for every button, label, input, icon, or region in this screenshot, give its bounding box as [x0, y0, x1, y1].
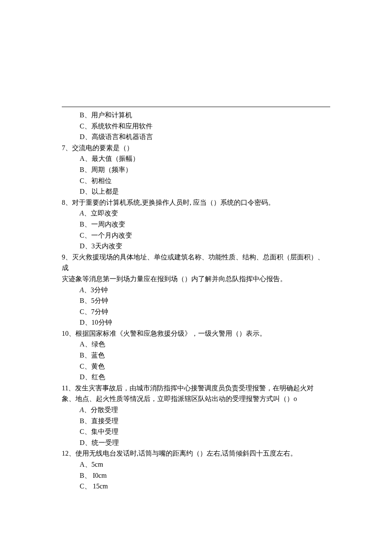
question-9-line-2: 灾迹象等消息第一到场力量应在报到场（）内了解并向总队指挥中心报告。	[62, 273, 330, 285]
question-8-option-b: B、一周内改变	[62, 219, 330, 230]
question-10-option-d: D、红色	[62, 372, 330, 383]
question-11-line-1: 11、发生灾害事故后，由城市消防指挥中心接警调度员负责受理报警，在明确起火对	[62, 383, 330, 394]
question-7-option-c: C、初相位	[62, 175, 330, 186]
question-6-option-d: D、高级语言和机器语言	[62, 131, 330, 142]
question-6-option-b: B、用户和计算机	[62, 110, 330, 121]
question-8-option-a: A、立即改变	[62, 208, 330, 219]
question-11-line-2: 象、地点、起火性质等情况后，立即指派辖区队站出动的受理报警方式叫（）o	[62, 393, 330, 404]
question-12-option-a: A、5cm	[62, 459, 330, 470]
question-10-option-b: B、蓝色	[62, 350, 330, 361]
question-7-option-b: B、周期（频率）	[62, 164, 330, 175]
question-9-option-c: C、7分钟	[62, 306, 330, 317]
question-10: 10、根据国家标准《火警和应急救援分级》，一级火警用（）表示。	[62, 328, 330, 339]
question-12: 12、使用无线电台发话时,话筒与嘴的距离约（）左右,话筒倾斜四十五度左右。	[62, 448, 330, 459]
question-11-option-a-text: 、分散受理	[84, 406, 118, 413]
document-page: B、用户和计算机 C、系统软件和应用软件 D、高级语言和机器语言 7、交流电的要…	[0, 0, 392, 509]
question-9-line-1: 9、灭火救援现场的具体地址、单位或建筑名称、功能性质、结构、总面积（层面积）、成	[62, 252, 330, 273]
question-11-option-b: B、直接受理	[62, 416, 330, 427]
question-11-option-a: A、分散受理	[62, 404, 330, 416]
question-6-option-c: C、系统软件和应用软件	[62, 121, 330, 132]
question-9-option-b: B、5分钟	[62, 295, 330, 306]
question-10-option-c: C、黄色	[62, 361, 330, 372]
question-7-option-a: A、最大值（振幅）	[62, 153, 330, 164]
divider-line	[62, 107, 330, 107]
question-12-option-c: C、 15cm	[62, 481, 330, 492]
italic-letter-a: A	[80, 286, 84, 293]
question-9-option-a: A、3分钟	[62, 285, 330, 296]
italic-letter-a: A	[80, 406, 84, 413]
question-8: 8、对于重要的计算机系统,更换操作人员时, 应当（）系统的口令密码。	[62, 197, 330, 208]
question-8-option-d: D、3天内改变	[62, 241, 330, 252]
question-7: 7、交流电的要素是（）	[62, 142, 330, 154]
question-8-option-c: C、一个月内改变	[62, 230, 330, 241]
question-11-option-c: C、集中受理	[62, 426, 330, 437]
italic-letter-a: A	[80, 209, 84, 217]
question-9-option-a-text: 、3分钟	[84, 286, 108, 293]
question-8-option-a-text: 、立即改变	[84, 209, 118, 217]
question-11-option-d: D、统一受理	[62, 437, 330, 448]
question-12-option-b: B、 I0cm	[62, 470, 330, 481]
question-9-option-d: D、10分钟	[62, 317, 330, 328]
question-10-option-a: A、绿色	[62, 339, 330, 350]
question-7-option-d: D、以上都是	[62, 186, 330, 197]
